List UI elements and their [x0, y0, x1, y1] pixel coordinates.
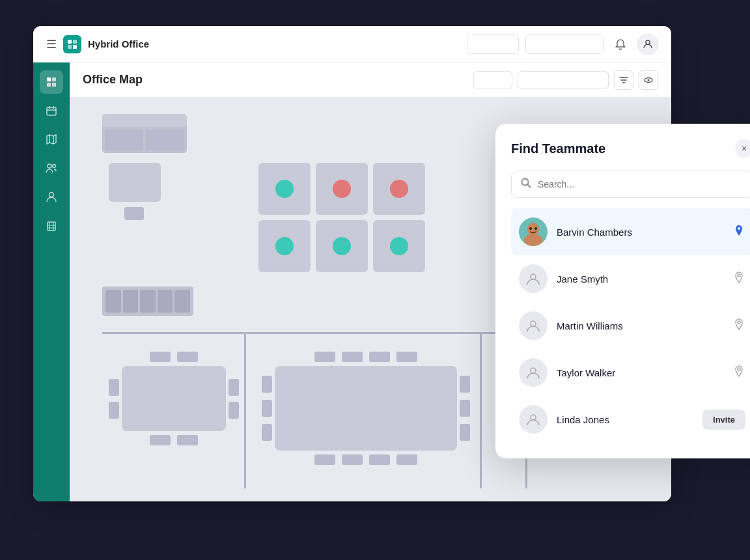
navbar-left: ☰ Hybrid Office — [46, 35, 467, 53]
svg-point-4 — [646, 40, 650, 44]
app-title: Hybrid Office — [88, 38, 149, 49]
svg-rect-9 — [47, 107, 56, 115]
teammate-item-linda[interactable]: Linda Jones Invite — [511, 396, 750, 443]
teammate-item-martin[interactable]: Martin Williams — [511, 302, 750, 349]
svg-point-15 — [648, 79, 650, 81]
nav-input-2[interactable] — [525, 35, 604, 54]
sidebar-item-team[interactable] — [40, 156, 63, 180]
find-teammate-modal: Find Teammate × — [495, 124, 750, 458]
taylor-location-pin[interactable] — [732, 365, 745, 381]
teammate-item-barvin[interactable]: Barvin Chambers — [511, 208, 750, 255]
hamburger-icon[interactable]: ☰ — [46, 37, 57, 51]
barvin-avatar — [519, 217, 548, 246]
desk-cluster — [258, 163, 425, 272]
sidebar-item-profile[interactable] — [40, 185, 63, 208]
small-table-1 — [109, 163, 161, 202]
user-icon[interactable] — [637, 34, 658, 55]
svg-rect-1 — [73, 40, 77, 44]
map-title: Office Map — [83, 73, 473, 87]
bookshelf — [102, 287, 193, 316]
svg-point-23 — [531, 274, 536, 279]
sidebar — [33, 63, 70, 501]
svg-rect-6 — [52, 77, 56, 81]
teammate-search-input[interactable] — [538, 179, 743, 189]
svg-point-26 — [738, 321, 740, 324]
linda-avatar — [519, 405, 548, 434]
svg-point-24 — [738, 274, 740, 277]
map-input-2[interactable] — [518, 71, 609, 89]
nav-input-1[interactable] — [467, 35, 519, 54]
linda-invite-button[interactable]: Invite — [702, 410, 745, 430]
svg-point-21 — [535, 227, 537, 230]
taylor-avatar — [519, 358, 548, 387]
modal-title: Find Teammate — [511, 141, 605, 156]
wall-v-1 — [244, 332, 246, 488]
modal-header: Find Teammate × — [511, 139, 750, 158]
barvin-name: Barvin Chambers — [557, 227, 723, 238]
navbar: ☰ Hybrid Office — [33, 26, 671, 63]
sofa-area — [102, 114, 187, 153]
teammate-list: Barvin Chambers Jane Smyth — [511, 208, 750, 443]
sidebar-item-calendar[interactable] — [40, 99, 63, 122]
modal-close-button[interactable]: × — [735, 139, 750, 158]
search-box — [511, 171, 750, 198]
taylor-name: Taylor Walker — [557, 367, 723, 378]
barvin-location-pin[interactable] — [732, 224, 745, 240]
navbar-right — [467, 34, 658, 55]
svg-point-27 — [531, 368, 536, 373]
svg-point-28 — [738, 368, 740, 371]
svg-rect-7 — [47, 83, 51, 87]
linda-name: Linda Jones — [557, 414, 693, 425]
martin-location-pin[interactable] — [732, 318, 745, 334]
svg-point-11 — [53, 165, 56, 168]
sidebar-item-map[interactable] — [40, 128, 63, 151]
map-header: Office Map — [70, 63, 671, 98]
bell-icon[interactable] — [610, 34, 631, 55]
svg-point-12 — [49, 193, 54, 197]
svg-point-20 — [529, 227, 532, 230]
svg-point-10 — [48, 164, 51, 168]
map-controls — [473, 70, 658, 90]
martin-name: Martin Williams — [557, 320, 723, 331]
meeting-room-1 — [109, 352, 239, 445]
meeting-room-2 — [255, 352, 477, 465]
teammate-item-jane[interactable]: Jane Smyth — [511, 255, 750, 302]
jane-location-pin[interactable] — [732, 271, 745, 287]
svg-point-25 — [531, 321, 536, 326]
chair-1 — [124, 207, 144, 220]
filter-button[interactable] — [614, 70, 633, 90]
teammate-item-taylor[interactable]: Taylor Walker — [511, 349, 750, 396]
svg-point-29 — [531, 415, 536, 420]
wall-v-2 — [480, 332, 482, 488]
jane-avatar — [519, 264, 548, 293]
map-input-1[interactable] — [473, 71, 512, 89]
svg-rect-5 — [47, 77, 51, 81]
jane-name: Jane Smyth — [557, 273, 723, 285]
svg-rect-13 — [48, 222, 55, 231]
svg-rect-8 — [52, 83, 56, 87]
svg-rect-3 — [73, 45, 77, 49]
app-logo — [63, 35, 81, 53]
martin-avatar — [519, 311, 548, 340]
sidebar-item-home[interactable] — [40, 70, 63, 94]
search-icon — [521, 178, 531, 191]
svg-rect-2 — [68, 45, 72, 49]
svg-point-22 — [738, 227, 740, 230]
sidebar-item-building[interactable] — [40, 214, 63, 237]
svg-rect-0 — [68, 40, 72, 44]
view-button[interactable] — [639, 70, 658, 90]
